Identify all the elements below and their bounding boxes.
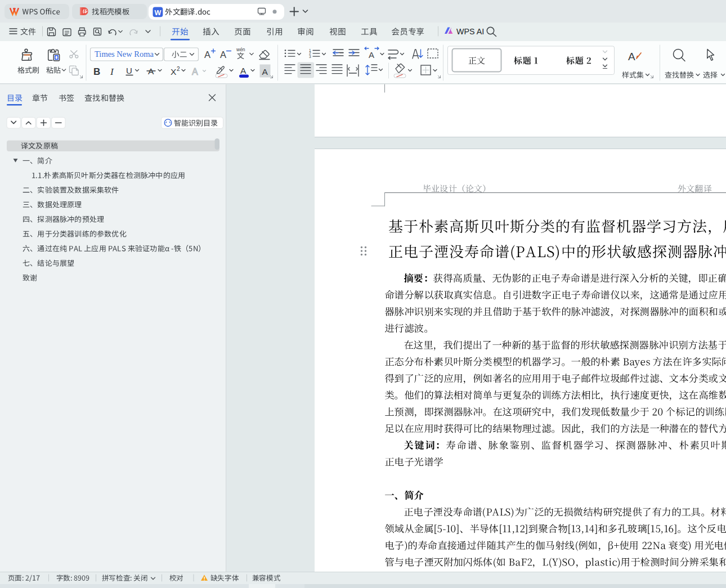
svg-text:2: 2: [177, 66, 180, 72]
svg-text:X: X: [171, 67, 177, 77]
svg-text:A: A: [220, 50, 226, 60]
svg-text:WPS AI: WPS AI: [456, 27, 484, 36]
svg-text:U: U: [126, 66, 132, 75]
svg-text:A: A: [204, 50, 210, 60]
svg-text:I: I: [110, 66, 114, 77]
svg-text:A: A: [240, 66, 247, 75]
svg-text:Times New Roma: Times New Roma: [95, 50, 154, 59]
svg-text:A: A: [262, 67, 268, 77]
svg-text:A: A: [628, 51, 635, 62]
svg-text:B: B: [93, 66, 100, 77]
svg-text:wén: wén: [236, 47, 245, 52]
svg-text:A: A: [192, 67, 198, 77]
svg-text:3: 3: [309, 55, 311, 59]
svg-text:A: A: [369, 50, 374, 60]
svg-text:W: W: [154, 9, 161, 17]
